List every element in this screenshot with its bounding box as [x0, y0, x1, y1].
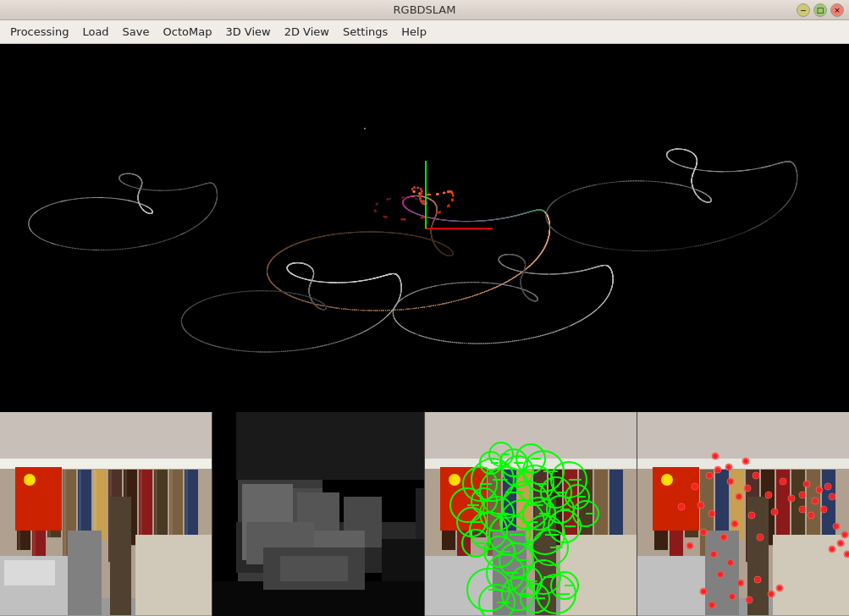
main-3d-viewport[interactable] [0, 44, 849, 412]
panel-rgb [0, 412, 212, 616]
window-controls[interactable]: − □ × [797, 3, 844, 17]
axis-x-indicator [425, 228, 493, 229]
panel-features [425, 412, 637, 616]
matches-panel-canvas [637, 412, 849, 616]
menu-octomap[interactable]: OctoMap [157, 22, 219, 41]
menu-settings[interactable]: Settings [336, 22, 394, 41]
panel-depth [212, 412, 425, 616]
window-title: RGBDSLAM [394, 3, 456, 16]
menu-save[interactable]: Save [116, 22, 157, 41]
features-panel-canvas [425, 412, 637, 616]
maximize-button[interactable]: □ [813, 3, 827, 17]
bottom-panels [0, 412, 849, 616]
menu-2dview[interactable]: 2D View [278, 22, 336, 41]
panel-matches [637, 412, 849, 616]
rgb-panel-canvas [0, 412, 212, 616]
menu-processing[interactable]: Processing [3, 22, 75, 41]
depth-panel-canvas [212, 412, 424, 616]
axis-y-indicator [425, 161, 427, 228]
menu-3dview[interactable]: 3D View [218, 22, 277, 41]
menubar: Processing Load Save OctoMap 3D View 2D … [0, 20, 849, 44]
close-button[interactable]: × [830, 3, 844, 17]
minimize-button[interactable]: − [797, 3, 810, 17]
titlebar: RGBDSLAM − □ × [0, 0, 849, 20]
menu-help[interactable]: Help [394, 22, 433, 41]
menu-load[interactable]: Load [75, 22, 115, 41]
